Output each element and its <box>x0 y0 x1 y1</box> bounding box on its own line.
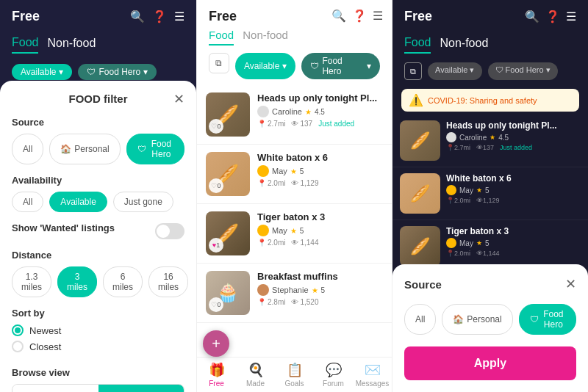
chip-available-right[interactable]: Available ▾ <box>428 62 482 80</box>
right-tabs: Food Non-food <box>392 33 588 59</box>
tab-food-left[interactable]: Food <box>12 36 38 54</box>
chip-food-hero-left[interactable]: 🛡 Food Hero ▾ <box>78 64 157 80</box>
dist-1-btn[interactable]: 1.3 miles <box>12 266 51 297</box>
shield-icon-source: 🛡 <box>137 144 146 154</box>
wanted-toggle[interactable] <box>155 223 184 239</box>
dist-2-btn[interactable]: 3 miles <box>57 266 97 297</box>
food-item-2[interactable]: 🥖 ♡ 0 White baton x 6 May ★ 5 📍 2.0mi 👁 … <box>197 145 392 204</box>
food-item-3[interactable]: 🥖 ♥ 1 Tiger baton x 3 May ★ 5 📍 2.0mi 👁 … <box>197 204 392 264</box>
chip-hero-right[interactable]: 🛡 Food Hero ▾ <box>488 62 558 80</box>
nav-made[interactable]: 🍳 Made <box>236 362 275 388</box>
source-modal-title: Source <box>404 278 442 291</box>
food-img-3: 🥖 ♥ 1 <box>206 211 250 255</box>
right-avatar-3 <box>446 238 456 248</box>
browse-label: Browse view <box>12 367 184 378</box>
left-panel: Free 🔍 ❓ ☰ Food Non-food Available ▾ 🛡 F… <box>0 0 196 392</box>
apply-button-right[interactable]: Apply <box>404 346 576 380</box>
avatar-3 <box>257 225 269 236</box>
help-icon-right[interactable]: ❓ <box>545 10 560 23</box>
food-item-1[interactable]: 🥖 ♡ 0 Heads up only tonight Pl... Caroli… <box>197 85 392 145</box>
help-icon[interactable]: ❓ <box>152 10 167 23</box>
browse-list-btn[interactable]: ☰ <box>98 385 184 392</box>
right-avatar-1 <box>446 132 456 142</box>
covid-banner[interactable]: ⚠️ COVID-19: Sharing and safety <box>401 89 579 112</box>
left-header: Free 🔍 ❓ ☰ <box>0 0 196 33</box>
right-food-item-2[interactable]: 🥖 White baton x 6 May ★ 5 📍2.0mi 👁1,129 <box>392 167 588 220</box>
food-img-2: 🥖 ♡ 0 <box>206 152 250 196</box>
left-title: Free <box>12 9 40 24</box>
source-all-right[interactable]: All <box>404 304 436 335</box>
heart-2[interactable]: ♡ 0 <box>209 178 223 193</box>
search-icon-right[interactable]: 🔍 <box>525 10 539 23</box>
right-food-item-1[interactable]: 🥖 Heads up only tonight Pl... Caroline ★… <box>392 115 588 167</box>
views-1: 👁 137 <box>291 120 312 128</box>
source-foodhero-right[interactable]: 🛡Food Hero <box>519 304 576 335</box>
tab-nonfood-left[interactable]: Non-food <box>47 37 96 53</box>
chevron-hero-mid: ▾ <box>367 61 371 71</box>
sort-newest[interactable]: Newest <box>12 324 184 336</box>
house-icon-right: 🏠 <box>453 314 464 324</box>
browse-grid-btn[interactable]: ⊞ <box>12 385 98 392</box>
menu-icon-mid[interactable]: ☰ <box>373 9 383 23</box>
right-panel: Free 🔍 ❓ ☰ Food Non-food ⧉ Available ▾ 🛡… <box>392 0 588 392</box>
chip-foodhero-mid[interactable]: 🛡 Food Hero ▾ <box>301 53 380 79</box>
filter-icon-right[interactable]: ⧉ <box>404 62 422 80</box>
author-1: Caroline <box>272 107 302 116</box>
sortby-label: Sort by <box>12 308 184 319</box>
heart-1[interactable]: ♡ 0 <box>209 119 223 134</box>
forum-icon: 💬 <box>326 362 342 378</box>
mid-tabs: Food Non-food <box>197 24 392 50</box>
nav-forum[interactable]: 💬 Forum <box>314 362 353 388</box>
source-personal-right[interactable]: 🏠Personal <box>442 304 512 335</box>
nav-free[interactable]: 🎁 Free <box>197 362 236 388</box>
source-all-btn[interactable]: All <box>12 134 43 164</box>
rating-4: 5 <box>321 286 326 294</box>
covid-text: COVID-19: Sharing and safety <box>428 96 537 105</box>
filter-modal-title: FOOD filter <box>68 92 127 105</box>
avail-all-btn[interactable]: All <box>12 192 43 212</box>
avail-justgone-btn[interactable]: Just gone <box>113 192 173 212</box>
tab-food-right[interactable]: Food <box>404 36 431 54</box>
browse-view-toggle: ⊞ ☰ <box>12 384 184 392</box>
left-tabs: Food Non-food <box>0 33 196 59</box>
right-header: Free 🔍 ❓ ☰ <box>392 0 588 33</box>
search-icon[interactable]: 🔍 <box>130 10 145 23</box>
source-label: Source <box>12 117 184 128</box>
source-food-hero-btn[interactable]: 🛡Food Hero <box>126 134 184 164</box>
menu-icon-right[interactable]: ☰ <box>566 10 576 23</box>
chip-available-mid[interactable]: Available ▾ <box>235 53 295 79</box>
source-close-btn[interactable]: ✕ <box>565 276 576 292</box>
filter-icon-mid[interactable]: ⧉ <box>209 53 229 73</box>
chevron-avail-mid: ▾ <box>282 61 287 71</box>
radio-closest <box>12 341 24 352</box>
tab-nonfood-right[interactable]: Non-food <box>440 37 488 53</box>
chip-available-left[interactable]: Available ▾ <box>12 64 72 80</box>
avail-available-btn[interactable]: Available <box>49 192 107 212</box>
right-author-2: May <box>459 186 473 195</box>
shield-mid: 🛡 <box>310 61 319 71</box>
right-food-img-3: 🥖 <box>400 226 440 266</box>
avatar-4 <box>257 284 269 296</box>
nav-goals[interactable]: 📋 Goals <box>275 362 314 388</box>
views-2: 👁 1,129 <box>291 179 318 187</box>
help-icon-mid[interactable]: ❓ <box>352 9 367 23</box>
source-personal-btn[interactable]: 🏠Personal <box>49 134 120 164</box>
dist-4-btn[interactable]: 16 miles <box>148 266 188 297</box>
rating-3: 5 <box>300 227 304 235</box>
search-icon-mid[interactable]: 🔍 <box>331 9 346 23</box>
heart-4[interactable]: ♡ 0 <box>209 297 223 312</box>
avatar-2 <box>257 165 269 177</box>
heart-3[interactable]: ♥ 1 <box>209 238 223 253</box>
distance-1: 📍 2.7mi <box>257 120 285 128</box>
nav-messages[interactable]: ✉️ Messages <box>353 362 392 388</box>
food-item-4[interactable]: 🧁 ♡ 0 Breakfast muffins Stephanie ★ 5 📍 … <box>197 264 392 323</box>
tab-nonfood-mid[interactable]: Non-food <box>243 29 288 46</box>
tab-food-mid[interactable]: Food <box>209 29 234 46</box>
filter-close-btn[interactable]: ✕ <box>173 92 184 106</box>
author-2: May <box>272 167 287 175</box>
avatar-1 <box>257 106 269 117</box>
dist-3-btn[interactable]: 6 miles <box>103 266 143 297</box>
sort-closest[interactable]: Closest <box>12 341 184 352</box>
menu-icon[interactable]: ☰ <box>174 10 184 23</box>
fab-add-btn[interactable]: + <box>203 330 229 357</box>
